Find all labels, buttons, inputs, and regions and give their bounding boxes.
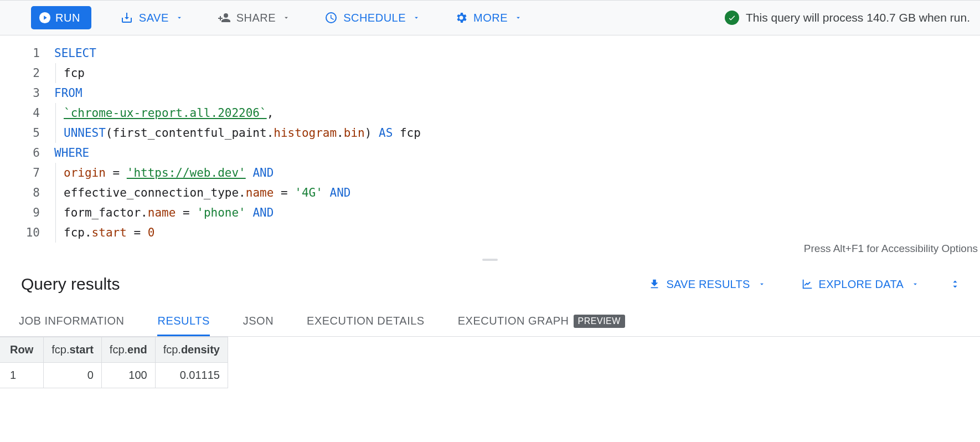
column-header: fcp.density: [155, 337, 228, 363]
column-header: fcp.start: [44, 337, 102, 363]
code-line[interactable]: origin = 'https://web.dev' AND: [54, 163, 980, 183]
chevron-down-icon: [758, 280, 766, 288]
cell: 0.01115: [155, 363, 228, 388]
clock-icon: [324, 11, 338, 24]
line-number: 1: [0, 43, 40, 63]
save-icon: [120, 11, 133, 24]
query-status: This query will process 140.7 GB when ru…: [725, 11, 973, 25]
sql-editor[interactable]: 12345678910 SELECTfcpFROM`chrome-ux-repo…: [0, 35, 980, 243]
results-table: Rowfcp.startfcp.endfcp.density101000.011…: [0, 337, 228, 388]
line-number: 8: [0, 183, 40, 203]
chevron-down-icon: [412, 14, 420, 22]
line-number: 3: [0, 83, 40, 103]
chevron-down-icon: [911, 280, 919, 288]
schedule-button[interactable]: SCHEDULE: [319, 6, 426, 29]
check-circle-icon: [725, 11, 739, 25]
row-number: 1: [0, 363, 44, 388]
line-number: 7: [0, 163, 40, 183]
line-number: 5: [0, 123, 40, 143]
line-number: 2: [0, 63, 40, 83]
share-label: SHARE: [236, 12, 276, 24]
table-row: 101000.01115: [0, 363, 228, 388]
chart-icon: [801, 278, 813, 290]
more-label: MORE: [473, 12, 508, 24]
tab-results[interactable]: RESULTS: [157, 306, 209, 336]
unfold-icon: [949, 278, 961, 290]
tab-json[interactable]: JSON: [243, 306, 274, 336]
resize-handle[interactable]: [0, 257, 980, 263]
query-toolbar: RUN SAVE SHARE SCHEDULE MORE This query …: [0, 0, 980, 35]
line-number: 6: [0, 143, 40, 163]
column-header: Row: [0, 337, 44, 363]
save-results-button[interactable]: SAVE RESULTS: [648, 278, 765, 291]
code-line[interactable]: SELECT: [54, 43, 980, 63]
cell: 100: [101, 363, 155, 388]
person-add-icon: [218, 11, 231, 24]
code-line[interactable]: UNNEST(first_contentful_paint.histogram.…: [54, 123, 980, 143]
explore-data-label: EXPLORE DATA: [819, 278, 904, 291]
tab-job-information[interactable]: JOB INFORMATION: [19, 306, 124, 336]
save-button[interactable]: SAVE: [115, 6, 189, 29]
results-title: Query results: [21, 275, 120, 294]
code-line[interactable]: effective_connection_type.name = '4G' AN…: [54, 183, 980, 203]
tab-execution-details[interactable]: EXECUTION DETAILS: [307, 306, 425, 336]
play-icon: [39, 12, 51, 24]
share-button[interactable]: SHARE: [212, 6, 296, 29]
results-toolbar: Query results SAVE RESULTS EXPLORE DATA: [0, 263, 980, 306]
code-area[interactable]: SELECTfcpFROM`chrome-ux-report.all.20220…: [48, 35, 980, 243]
cell: 0: [44, 363, 102, 388]
chevron-down-icon: [514, 14, 522, 22]
explore-data-button[interactable]: EXPLORE DATA: [801, 278, 919, 291]
chevron-down-icon: [282, 14, 290, 22]
preview-badge: PREVIEW: [574, 315, 625, 328]
save-label: SAVE: [139, 12, 169, 24]
code-line[interactable]: fcp.start = 0: [54, 223, 980, 243]
code-line[interactable]: WHERE: [54, 143, 980, 163]
line-number: 10: [0, 223, 40, 243]
line-gutter: 12345678910: [0, 35, 48, 243]
run-button[interactable]: RUN: [31, 6, 91, 29]
schedule-label: SCHEDULE: [343, 12, 406, 24]
tab-execution-graph[interactable]: EXECUTION GRAPHPREVIEW: [458, 306, 625, 336]
line-number: 4: [0, 103, 40, 123]
gear-icon: [455, 11, 468, 24]
results-tabs: JOB INFORMATIONRESULTSJSONEXECUTION DETA…: [0, 306, 980, 337]
chevron-down-icon: [176, 14, 183, 22]
line-number: 9: [0, 203, 40, 223]
code-line[interactable]: FROM: [54, 83, 980, 103]
accessibility-hint: Press Alt+F1 for Accessibility Options: [0, 243, 980, 257]
code-line[interactable]: form_factor.name = 'phone' AND: [54, 203, 980, 223]
more-button[interactable]: MORE: [449, 6, 528, 29]
status-text: This query will process 140.7 GB when ru…: [746, 11, 970, 24]
code-line[interactable]: `chrome-ux-report.all.202206`,: [54, 103, 980, 123]
download-icon: [648, 278, 661, 290]
expand-button[interactable]: [949, 278, 961, 290]
save-results-label: SAVE RESULTS: [666, 278, 750, 291]
column-header: fcp.end: [101, 337, 155, 363]
run-label: RUN: [55, 12, 80, 24]
code-line[interactable]: fcp: [54, 63, 980, 83]
